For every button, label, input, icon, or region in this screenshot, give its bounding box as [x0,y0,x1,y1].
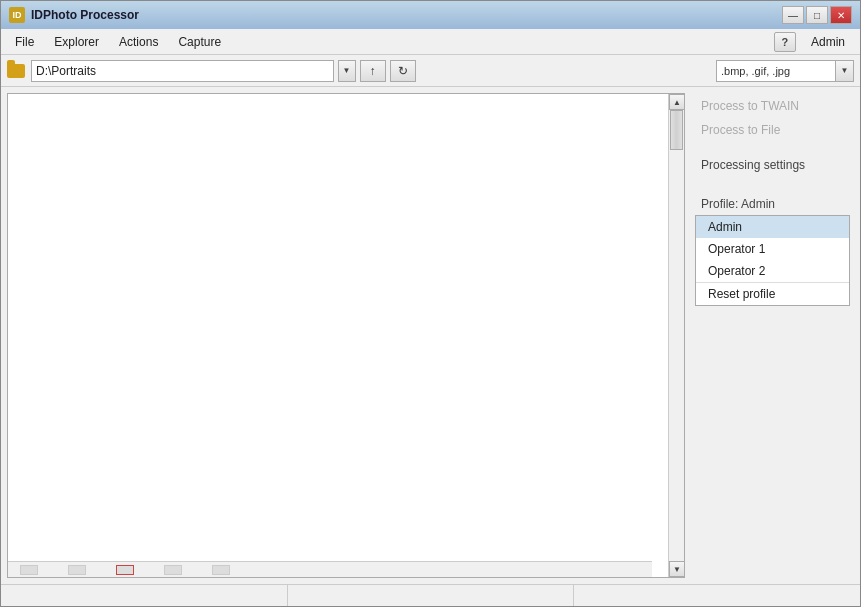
reset-profile-button[interactable]: Reset profile [696,282,849,305]
process-file-button[interactable]: Process to File [693,119,852,141]
menu-capture[interactable]: Capture [168,33,231,51]
scroll-up-button[interactable]: ▲ [669,94,685,110]
up-button[interactable]: ↑ [360,60,386,82]
filter-input[interactable] [716,60,836,82]
path-input[interactable] [31,60,334,82]
right-panel: Process to TWAIN Process to File Process… [685,87,860,584]
main-content: ▲ ▼ Process to TWAIN Process to File Pro… [1,87,860,584]
folder-icon [7,64,25,78]
minimize-button[interactable]: — [782,6,804,24]
status-section-3 [574,585,860,606]
admin-button[interactable]: Admin [800,32,856,52]
help-button[interactable]: ? [774,32,796,52]
thumbnail-3 [116,565,134,575]
profile-section: Profile: Admin Admin Operator 1 Operator… [693,193,852,306]
file-browser-status [8,561,652,577]
file-area [8,94,668,577]
window-controls: — □ ✕ [782,6,852,24]
filter-dropdown-button[interactable]: ▼ [836,60,854,82]
filter-container: ▼ [716,60,854,82]
thumbnail-strip [12,565,238,575]
status-section-2 [288,585,575,606]
title-bar: ID IDPhoto Processor — □ ✕ [1,1,860,29]
main-window: ID IDPhoto Processor — □ ✕ File Explorer… [0,0,861,607]
thumbnail-4 [164,565,182,575]
profile-dropdown: Admin Operator 1 Operator 2 Reset profil… [695,215,850,306]
menu-actions[interactable]: Actions [109,33,168,51]
path-dropdown-button[interactable]: ▼ [338,60,356,82]
scroll-thumb[interactable] [670,110,683,150]
menu-bar: File Explorer Actions Capture ? Admin [1,29,860,55]
address-toolbar: ▼ ↑ ↻ ▼ [1,55,860,87]
vertical-scrollbar: ▲ ▼ [668,94,684,577]
right-panel-separator [693,147,852,148]
refresh-button[interactable]: ↻ [390,60,416,82]
file-browser: ▲ ▼ [7,93,685,578]
profile-item-admin[interactable]: Admin [696,216,849,238]
window-title: IDPhoto Processor [31,8,782,22]
scroll-track[interactable] [669,110,684,561]
scroll-down-button[interactable]: ▼ [669,561,685,577]
profile-label: Profile: Admin [693,193,852,215]
thumbnail-5 [212,565,230,575]
close-button[interactable]: ✕ [830,6,852,24]
maximize-button[interactable]: □ [806,6,828,24]
app-icon: ID [9,7,25,23]
processing-settings-button[interactable]: Processing settings [693,154,852,176]
thumbnail-1 [20,565,38,575]
menu-file[interactable]: File [5,33,44,51]
right-panel-separator-2 [693,182,852,183]
profile-item-operator1[interactable]: Operator 1 [696,238,849,260]
process-twain-button[interactable]: Process to TWAIN [693,95,852,117]
profile-item-operator2[interactable]: Operator 2 [696,260,849,282]
status-bar [1,584,860,606]
menu-explorer[interactable]: Explorer [44,33,109,51]
status-section-1 [1,585,288,606]
thumbnail-2 [68,565,86,575]
